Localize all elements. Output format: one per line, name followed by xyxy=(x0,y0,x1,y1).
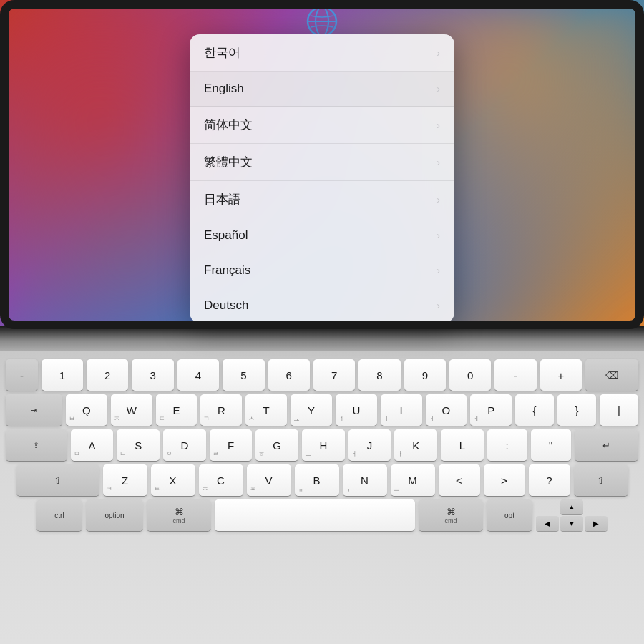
language-item-spanish[interactable]: Español › xyxy=(190,218,454,253)
key-z[interactable]: Z ㅋ xyxy=(103,464,147,496)
chevron-icon-spanish: › xyxy=(436,230,440,241)
key-s[interactable]: S ㄴ xyxy=(117,429,160,461)
qwerty-row: ⇥ Q ㅂ W ㅈ E ㄷ R ㄱ T ㅅ Y ㅛ U ㅕ xyxy=(6,394,638,426)
key-i[interactable]: I ㅣ xyxy=(381,394,422,426)
language-label-korean: 한국어 xyxy=(204,44,240,61)
language-item-korean[interactable]: 한국어 › xyxy=(190,34,454,72)
chevron-icon-german: › xyxy=(436,300,440,311)
language-label-german: Deutsch xyxy=(204,298,248,313)
language-label-french: Français xyxy=(204,263,250,278)
chevron-icon-japanese: › xyxy=(436,194,440,205)
chevron-icon-french: › xyxy=(436,265,440,276)
language-label-simplified-chinese: 简体中文 xyxy=(204,117,253,133)
key-minus[interactable]: - xyxy=(494,359,536,391)
key-caps[interactable]: ⇪ xyxy=(6,429,67,461)
key-comma[interactable]: < xyxy=(439,464,480,496)
key-t[interactable]: T ㅅ xyxy=(245,394,287,426)
language-item-japanese[interactable]: 日本語 › xyxy=(190,181,454,218)
key-b[interactable]: B ㅠ xyxy=(295,464,339,496)
arrow-key-spacer xyxy=(536,499,559,514)
key-shift-left[interactable]: ⇧ xyxy=(16,464,99,496)
key-l[interactable]: L ㅣ xyxy=(441,429,484,461)
language-label-spanish: Español xyxy=(204,228,248,243)
key-2[interactable]: 2 xyxy=(87,359,128,391)
arrow-row-lr: ◀ ▼ ▶ xyxy=(536,516,608,531)
chevron-icon-english: › xyxy=(436,83,440,94)
language-item-english[interactable]: English › xyxy=(190,72,454,107)
key-control[interactable]: ctrl xyxy=(36,499,82,531)
key-space[interactable] xyxy=(215,499,415,531)
globe-icon xyxy=(306,6,338,37)
key-r[interactable]: R ㄱ xyxy=(200,394,242,426)
key-a[interactable]: A ㅁ xyxy=(71,429,114,461)
key-m[interactable]: M ㅡ xyxy=(391,464,435,496)
key-c[interactable]: C ㅊ xyxy=(199,464,243,496)
key-tab[interactable]: ⇥ xyxy=(6,394,62,426)
language-item-german[interactable]: Deutsch › xyxy=(190,288,454,323)
key-u[interactable]: U ㅕ xyxy=(336,394,377,426)
key-x[interactable]: X ㅌ xyxy=(151,464,195,496)
key-k[interactable]: K ㅏ xyxy=(394,429,437,461)
key-pipe[interactable]: | xyxy=(600,394,638,426)
key-p[interactable]: P ㅔ xyxy=(470,394,512,426)
language-modal: 한국어 › English › 简体中文 › 繁體中文 › 日本語 › Espa… xyxy=(190,34,454,323)
key-q[interactable]: Q ㅂ xyxy=(66,394,107,426)
arrow-row-up: ▲ xyxy=(536,499,608,514)
keyboard-area: - 1 2 3 4 5 6 7 8 9 0 - xyxy=(0,351,644,644)
key-0[interactable]: 0 xyxy=(449,359,491,391)
chevron-icon-simplified-chinese: › xyxy=(436,119,440,131)
key-y[interactable]: Y ㅛ xyxy=(291,394,332,426)
number-row: - 1 2 3 4 5 6 7 8 9 0 - xyxy=(6,359,638,391)
key-6[interactable]: 6 xyxy=(268,359,310,391)
arrow-key-left[interactable]: ◀ xyxy=(536,516,559,531)
key-d[interactable]: D ㅇ xyxy=(163,429,206,461)
key-v[interactable]: V ㅍ xyxy=(247,464,291,496)
key-j[interactable]: J ㅓ xyxy=(348,429,391,461)
arrow-key-spacer2 xyxy=(585,499,608,514)
key-1[interactable]: 1 xyxy=(42,359,83,391)
key-h[interactable]: H ㅗ xyxy=(302,429,345,461)
key-backtick[interactable]: - xyxy=(6,359,38,391)
key-n[interactable]: N ㅜ xyxy=(343,464,387,496)
key-g[interactable]: G ㅎ xyxy=(255,429,298,461)
language-label-traditional-chinese: 繁體中文 xyxy=(204,154,253,170)
key-return[interactable]: ↵ xyxy=(575,429,638,461)
key-3[interactable]: 3 xyxy=(132,359,173,391)
key-semicolon[interactable]: : xyxy=(487,429,527,461)
zxcv-row: ⇧ Z ㅋ X ㅌ C ㅊ V ㅍ B ㅠ N ㅜ M ㅡ xyxy=(6,464,638,496)
key-period[interactable]: > xyxy=(484,464,525,496)
arrow-key-down[interactable]: ▼ xyxy=(560,516,583,531)
ipad-screen: 한국어 › English › 简体中文 › 繁體中文 › 日本語 › Espa… xyxy=(0,0,644,358)
key-9[interactable]: 9 xyxy=(404,359,446,391)
key-f[interactable]: F ㄹ xyxy=(210,429,253,461)
language-label-japanese: 日本語 xyxy=(204,191,240,208)
key-w[interactable]: W ㅈ xyxy=(111,394,152,426)
arrow-key-up[interactable]: ▲ xyxy=(560,499,583,514)
key-cmd-right[interactable]: ⌘ cmd xyxy=(419,499,483,531)
asdf-row: ⇪ A ㅁ S ㄴ D ㅇ F ㄹ G ㅎ H ㅗ J ㅓ xyxy=(6,429,638,461)
key-plus[interactable]: + xyxy=(540,359,582,391)
key-e[interactable]: E ㄷ xyxy=(156,394,197,426)
language-item-simplified-chinese[interactable]: 简体中文 › xyxy=(190,107,454,144)
key-option-left[interactable]: option xyxy=(86,499,143,531)
key-5[interactable]: 5 xyxy=(223,359,264,391)
arrow-keys: ▲ ◀ ▼ ▶ xyxy=(536,499,608,531)
key-8[interactable]: 8 xyxy=(358,359,400,391)
key-cmd-left[interactable]: ⌘ cmd xyxy=(147,499,211,531)
key-opt-right[interactable]: opt xyxy=(487,499,532,531)
language-item-french[interactable]: Français › xyxy=(190,253,454,288)
key-delete[interactable]: ⌫ xyxy=(585,359,638,391)
key-shift-right[interactable]: ⇧ xyxy=(574,464,628,496)
key-bracket-right[interactable]: } xyxy=(557,394,596,426)
chevron-icon-korean: › xyxy=(436,47,440,59)
key-o[interactable]: O ㅐ xyxy=(426,394,467,426)
language-label-english: English xyxy=(204,82,244,96)
chevron-icon-traditional-chinese: › xyxy=(436,157,440,168)
key-7[interactable]: 7 xyxy=(313,359,355,391)
key-slash[interactable]: ? xyxy=(529,464,570,496)
arrow-key-right[interactable]: ▶ xyxy=(585,516,608,531)
key-4[interactable]: 4 xyxy=(177,359,219,391)
key-bracket-left[interactable]: { xyxy=(515,394,554,426)
language-item-traditional-chinese[interactable]: 繁體中文 › xyxy=(190,144,454,181)
key-quote[interactable]: " xyxy=(531,429,571,461)
